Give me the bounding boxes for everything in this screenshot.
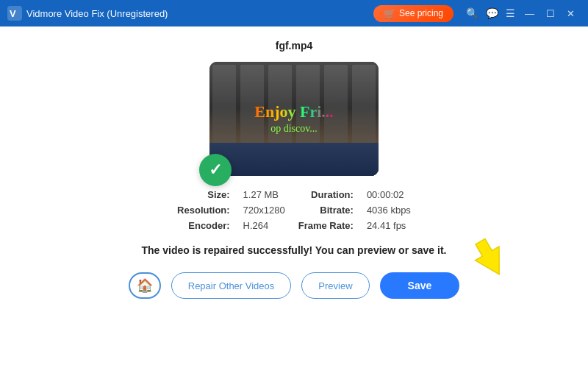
neon-text-line2: op discov... <box>254 123 334 135</box>
size-value: 1.27 MB <box>243 189 285 200</box>
encoder-value: H.264 <box>243 220 285 231</box>
close-button[interactable]: ✕ <box>561 7 581 21</box>
main-content: fgf.mp4 Enjoy Fri... op discov... <box>0 26 588 379</box>
sofa-area <box>209 143 379 176</box>
chat-icon[interactable]: 💬 <box>482 6 502 21</box>
file-name: fgf.mp4 <box>276 40 313 52</box>
minimize-button[interactable]: — <box>519 7 540 21</box>
preview-button[interactable]: Preview <box>301 272 369 299</box>
svg-text:V: V <box>10 8 16 19</box>
title-bar: V Vidmore Video Fix (Unregistered) 🛒 See… <box>0 0 588 26</box>
app-logo: V <box>7 6 22 21</box>
neon-text-line1: Enjoy Fri... <box>254 103 334 121</box>
arrow-indicator <box>463 232 518 290</box>
pricing-button[interactable]: 🛒 See pricing <box>373 5 453 22</box>
app-title: Vidmore Video Fix (Unregistered) <box>26 8 373 19</box>
menu-icon[interactable]: ☰ <box>502 6 519 21</box>
frame-rate-value: 24.41 fps <box>367 220 411 231</box>
video-info-table: Size: 1.27 MB Duration: 00:00:02 Resolut… <box>177 189 411 231</box>
resolution-value: 720x1280 <box>243 205 285 216</box>
bitrate-value: 4036 kbps <box>367 205 411 216</box>
cart-icon: 🛒 <box>384 8 395 19</box>
resolution-label: Resolution: <box>177 205 230 216</box>
repair-others-button[interactable]: Repair Other Videos <box>171 272 292 299</box>
home-button[interactable]: 🏠 <box>129 272 161 299</box>
duration-value: 00:00:02 <box>367 189 411 200</box>
bitrate-label: Bitrate: <box>298 205 354 216</box>
maximize-button[interactable]: ☐ <box>540 7 561 21</box>
video-thumbnail-wrapper: Enjoy Fri... op discov... ✓ <box>209 62 379 176</box>
video-thumbnail: Enjoy Fri... op discov... <box>209 62 379 176</box>
svg-marker-2 <box>468 235 511 281</box>
duration-label: Duration: <box>298 189 354 200</box>
encoder-label: Encoder: <box>177 220 230 231</box>
search-icon[interactable]: 🔍 <box>462 6 482 21</box>
pricing-label: See pricing <box>399 8 443 18</box>
home-icon: 🏠 <box>137 277 153 294</box>
frame-rate-label: Frame Rate: <box>298 220 354 231</box>
save-button[interactable]: Save <box>380 272 460 299</box>
success-checkmark: ✓ <box>199 154 232 186</box>
success-message: The video is repaired successfully! You … <box>142 244 447 256</box>
size-label: Size: <box>177 189 230 200</box>
action-buttons-row: 🏠 Repair Other Videos Preview Save <box>129 272 460 299</box>
